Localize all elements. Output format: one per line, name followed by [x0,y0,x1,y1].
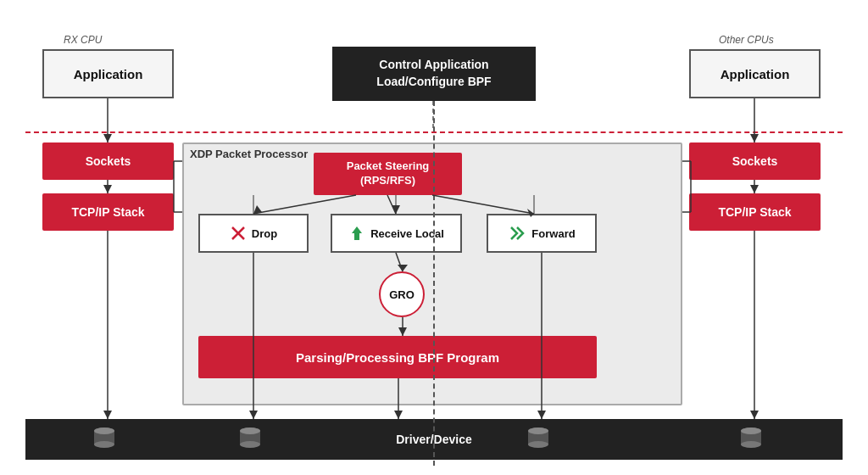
svg-marker-15 [750,411,759,419]
db-icon-4 [736,424,766,455]
diagram: RX CPU Other CPUs Application Applicatio… [0,0,868,475]
forward-box: Forward [487,214,597,253]
svg-marker-5 [103,134,112,142]
other-cpus-label: Other CPUs [719,34,774,46]
svg-point-45 [94,441,114,448]
db-icon-3 [523,424,554,455]
sockets-left-box: Sockets [42,142,174,180]
drop-icon [230,225,247,242]
sockets-right-box: Sockets [689,142,821,180]
svg-marker-36 [249,411,258,419]
svg-marker-2 [352,226,362,240]
svg-point-49 [240,441,260,448]
svg-point-46 [94,428,114,434]
app-right-box: Application [689,49,821,98]
forward-icon [508,224,526,243]
receive-local-box: Receive Local [331,214,462,253]
db-icon-2 [235,424,265,455]
svg-point-53 [528,441,548,448]
svg-point-58 [741,428,761,434]
tcp-right-box: TCP/IP Stack [689,193,821,231]
svg-point-54 [528,428,548,434]
drop-box: Drop [198,214,309,253]
svg-marker-33 [394,411,403,419]
vertical-dashed-line [433,101,435,466]
control-app-box: Control Application Load/Configure BPF [332,47,536,101]
svg-marker-11 [750,134,759,142]
packet-steering-box: Packet Steering (RPS/RFS) [314,153,462,195]
db-icon-1 [89,424,120,455]
svg-marker-9 [103,411,112,419]
xdp-label: XDP Packet Processor [190,148,308,160]
receive-local-icon [348,225,365,242]
app-left-box: Application [42,49,174,98]
tcp-left-box: TCP/IP Stack [42,193,174,231]
svg-marker-13 [750,185,759,193]
rx-cpu-label: RX CPU [64,34,102,46]
svg-point-57 [741,441,761,448]
parsing-bpf-box: Parsing/Processing BPF Program [198,336,597,378]
svg-point-50 [240,428,260,434]
gro-circle: GRO [379,271,425,317]
svg-marker-38 [537,411,546,419]
svg-marker-7 [103,185,112,193]
